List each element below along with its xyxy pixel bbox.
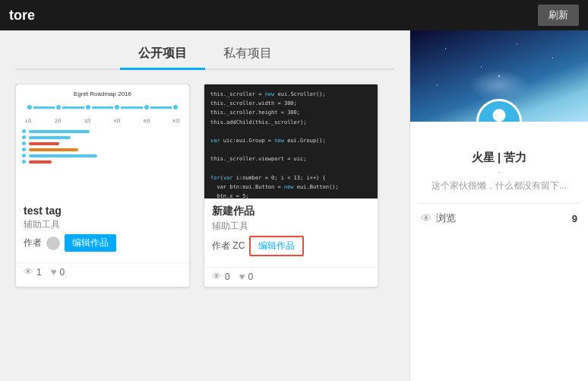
refresh-button[interactable]: 刷新 (538, 5, 579, 26)
card-1-info: test tag 辅助工具 作者 编辑作品 (16, 198, 189, 262)
profile-browse-label: 👁 浏览 (421, 211, 456, 225)
profile-info: 火星 | 苦力 · 这个家伙很懒，什么都没有留下... (410, 151, 588, 200)
card-2-view-count: 0 (225, 271, 230, 282)
card-1-subtitle: 辅助工具 (24, 218, 182, 231)
card-2-edit-button[interactable]: 编辑作品 (249, 236, 304, 256)
roadmap-item (22, 135, 183, 139)
month-label: 6月 (173, 118, 180, 125)
code-line: this.addChild(this._scroller); (210, 119, 371, 127)
heart-icon: ♥ (51, 266, 57, 278)
card-1-likes: ♥ 0 (51, 266, 65, 278)
roadmap-item (22, 160, 183, 164)
item-dot (22, 141, 26, 145)
card-2-stats: 👁 0 ♥ 0 (204, 267, 378, 287)
eye-icon: 👁 (212, 271, 222, 282)
card-2-title: 新建作品 (212, 205, 370, 218)
month-label: 5月 (144, 118, 150, 125)
timeline-dot (84, 103, 92, 111)
code-thumbnail: this._scroller = new eui.Scroller(); thi… (204, 84, 378, 198)
browse-label-text: 浏览 (436, 211, 456, 225)
roadmap-item (22, 154, 183, 157)
profile-banner (410, 30, 588, 122)
timeline-dot (172, 103, 179, 111)
card-1: Egret Roadmap 2016 (15, 84, 190, 287)
project-tabs: 公开项目 私有项目 (15, 38, 394, 70)
roadmap-thumbnail: Egret Roadmap 2016 (16, 84, 189, 198)
card-2-author-label: 作者 ZC (212, 240, 245, 252)
item-dot (22, 129, 26, 133)
roadmap-items (22, 129, 183, 164)
card-1-avatar (46, 237, 60, 250)
code-line: var uic:eui.Group = new eui.Group(); (210, 137, 371, 145)
code-line: for(var i:number = 0; i < 13; i++) { (210, 174, 371, 183)
roadmap-item (22, 141, 183, 145)
cards-grid: Egret Roadmap 2016 (15, 84, 394, 287)
code-line: this._scroller.height = 300; (210, 109, 371, 117)
profile-column: 火星 | 苦力 · 这个家伙很懒，什么都没有留下... 👁 浏览 9 (409, 30, 588, 381)
item-dot (22, 135, 26, 139)
card-1-views: 👁 1 (24, 266, 42, 278)
main-layout: 公开项目 私有项目 Egret Roadmap 2016 (0, 30, 588, 381)
item-bar-orange (29, 148, 78, 151)
item-dot (22, 154, 26, 157)
card-2-views: 👁 0 (212, 271, 230, 282)
tab-public[interactable]: 公开项目 (120, 40, 205, 70)
timeline-dot (26, 103, 33, 111)
item-bar (29, 160, 52, 164)
month-label: 4月 (114, 118, 121, 125)
code-line: this._scroller.width = 300; (210, 100, 371, 108)
heart-icon: ♥ (239, 271, 245, 282)
code-line (210, 146, 371, 154)
content-column: 公开项目 私有项目 Egret Roadmap 2016 (0, 30, 409, 381)
card-1-author-label: 作者 (24, 237, 42, 249)
code-line: this._scroller.viewport = uic; (210, 155, 371, 164)
profile-name: 火星 | 苦力 (418, 151, 580, 165)
item-bar (29, 154, 97, 157)
code-line: var btn:eui.Button = new eui.Button(); (210, 183, 371, 192)
month-label: 3月 (84, 118, 91, 125)
card-1-view-count: 1 (36, 267, 42, 278)
card-2-subtitle: 辅助工具 (212, 220, 370, 233)
roadmap-title: Egret Roadmap 2016 (22, 90, 183, 97)
profile-stat-row: 👁 浏览 9 (410, 207, 588, 230)
app-title: tore (9, 8, 35, 24)
code-line: this._scroller = new eui.Scroller(); (210, 90, 371, 99)
roadmap-item (22, 129, 183, 133)
tab-private[interactable]: 私有项目 (205, 40, 290, 70)
timeline-dot (143, 103, 150, 111)
item-dot (22, 148, 26, 151)
timeline-dots (26, 103, 179, 111)
card-1-title: test tag (24, 205, 182, 217)
roadmap-timeline: 1月 2月 3月 4月 5月 6月 (22, 106, 183, 125)
timeline-labels: 1月 2月 3月 4月 5月 6月 (22, 118, 183, 125)
roadmap-item (22, 148, 183, 151)
code-line: btn.x = 5; (210, 192, 371, 198)
timeline-dot (55, 103, 62, 111)
month-label: 1月 (25, 118, 32, 125)
profile-avatar (476, 99, 522, 122)
item-dot (22, 160, 26, 164)
profile-dot: · (418, 168, 580, 176)
eye-icon: 👁 (24, 266, 33, 278)
user-avatar-icon (483, 106, 515, 122)
header: tore 刷新 (0, 0, 588, 30)
code-line (210, 165, 371, 173)
month-label: 2月 (55, 118, 62, 125)
profile-divider (418, 203, 580, 204)
card-1-author-row: 作者 编辑作品 (24, 234, 182, 252)
item-bar (29, 130, 90, 133)
card-2-likes: ♥ 0 (239, 271, 253, 282)
browse-count: 9 (572, 213, 577, 224)
timeline-line (26, 106, 179, 109)
card-1-stats: 👁 1 ♥ 0 (16, 262, 189, 282)
timeline-dot (113, 103, 121, 111)
card-2-like-count: 0 (248, 271, 253, 282)
browse-eye-icon: 👁 (421, 212, 432, 224)
card-2-info: 新建作品 辅助工具 作者 ZC 编辑作品 (204, 198, 378, 267)
item-bar (29, 136, 71, 139)
card-1-edit-button[interactable]: 编辑作品 (65, 234, 116, 252)
card-1-thumbnail: Egret Roadmap 2016 (16, 84, 189, 198)
card-2: this._scroller = new eui.Scroller(); thi… (204, 84, 378, 287)
profile-bio: 这个家伙很懒，什么都没有留下... (418, 179, 580, 192)
card-2-author-row: 作者 ZC 编辑作品 (212, 236, 370, 256)
